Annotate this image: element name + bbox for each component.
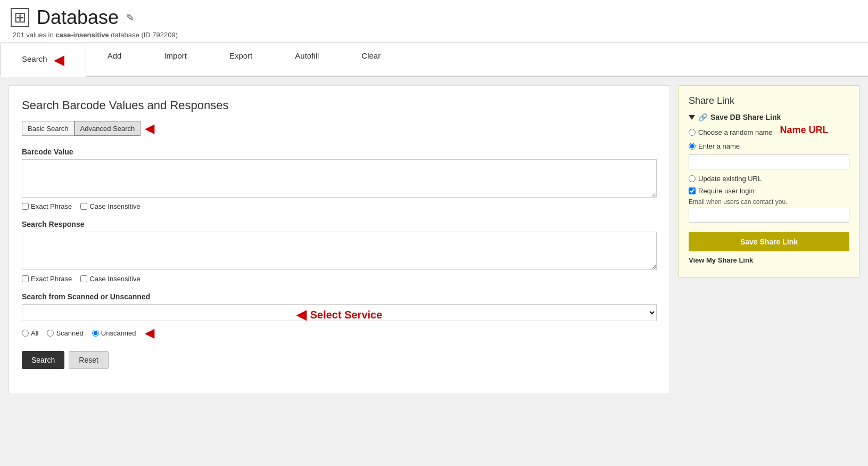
- select-service-container: ◀ Select Service: [22, 304, 657, 325]
- barcode-case-insensitive-checkbox[interactable]: [80, 203, 87, 210]
- search-panel: Search Barcode Values and Responses Basi…: [9, 85, 670, 394]
- tab-import[interactable]: Import: [143, 44, 208, 77]
- update-url-radio[interactable]: [689, 175, 696, 182]
- response-exact-phrase-label[interactable]: Exact Phrase: [22, 275, 72, 283]
- random-name-label[interactable]: Choose a random name: [689, 128, 772, 136]
- save-db-share-link-label: Save DB Share Link: [710, 113, 781, 121]
- page-wrapper: ⊞ Database ✎ 201 values in case-insensit…: [0, 0, 868, 466]
- require-login-checkbox[interactable]: [689, 187, 696, 194]
- search-response-section: Search Response Exact Phrase Case Insens…: [22, 220, 657, 283]
- subtitle-prefix: 201 values in: [13, 31, 55, 39]
- tab-add[interactable]: Add: [86, 44, 143, 77]
- radio-all[interactable]: [22, 330, 29, 337]
- enter-name-label[interactable]: Enter a name: [689, 142, 740, 150]
- action-buttons: Search Reset: [22, 351, 657, 369]
- triangle-down-icon: [689, 115, 695, 120]
- tab-bar: Search ◀ Add Import Export Autofill Clea…: [0, 43, 868, 77]
- basic-search-button[interactable]: Basic Search: [22, 121, 75, 136]
- require-login-row: Require user login: [689, 187, 849, 195]
- radio-unscanned-label[interactable]: Unscanned: [92, 329, 136, 337]
- response-exact-phrase-checkbox[interactable]: [22, 275, 29, 282]
- barcode-value-section: Barcode Value Exact Phrase Case Insensit…: [22, 148, 657, 210]
- radio-all-label[interactable]: All: [22, 329, 38, 337]
- share-panel: Share Link 🔗 Save DB Share Link Choose a…: [679, 85, 859, 277]
- header-top: ⊞ Database ✎: [11, 6, 857, 29]
- header-subtitle: 201 values in case-insensitive database …: [11, 31, 857, 39]
- response-checkbox-row: Exact Phrase Case Insensitive: [22, 275, 657, 283]
- barcode-case-insensitive-label[interactable]: Case Insensitive: [80, 202, 140, 210]
- header: ⊞ Database ✎ 201 values in case-insensit…: [0, 0, 868, 43]
- email-contact-input[interactable]: [689, 208, 849, 223]
- barcode-value-input[interactable]: [22, 159, 657, 198]
- edit-icon[interactable]: ✎: [126, 12, 134, 23]
- require-login-label[interactable]: Require user login: [689, 187, 755, 195]
- search-mode-buttons: Basic Search Advanced Search ◀: [22, 121, 657, 136]
- database-icon: ⊞: [11, 8, 29, 27]
- radio-unscanned[interactable]: [92, 330, 99, 337]
- share-section: 🔗 Save DB Share Link Choose a random nam…: [689, 113, 849, 264]
- enter-name-radio[interactable]: [689, 143, 696, 150]
- barcode-exact-phrase-checkbox[interactable]: [22, 203, 29, 210]
- reset-button[interactable]: Reset: [69, 351, 109, 369]
- scan-radio-row: All Scanned Unscanned ◀: [22, 325, 657, 340]
- tab-search-arrow: ◀: [54, 52, 64, 68]
- scanned-section: Search from Scanned or Unscanned ◀ Selec…: [22, 292, 657, 340]
- advanced-search-arrow: ◀: [145, 121, 154, 136]
- response-case-insensitive-checkbox[interactable]: [80, 275, 87, 282]
- share-panel-title: Share Link: [689, 95, 849, 107]
- update-url-label[interactable]: Update existing URL: [689, 175, 762, 183]
- email-contact-label: Email when users can contact you.: [689, 198, 849, 206]
- search-response-label: Search Response: [22, 220, 657, 228]
- random-name-row: Choose a random name Name URL: [689, 127, 849, 138]
- search-response-input[interactable]: [22, 232, 657, 270]
- share-name-input[interactable]: [689, 154, 849, 169]
- search-button[interactable]: Search: [22, 351, 64, 369]
- barcode-exact-phrase-label[interactable]: Exact Phrase: [22, 202, 72, 210]
- unscanned-arrow: ◀: [145, 325, 154, 340]
- random-name-radio[interactable]: [689, 129, 696, 136]
- barcode-checkbox-row: Exact Phrase Case Insensitive: [22, 202, 657, 210]
- radio-scanned-label[interactable]: Scanned: [47, 329, 83, 337]
- radio-scanned[interactable]: [47, 330, 54, 337]
- enter-name-row: Enter a name: [689, 142, 849, 150]
- search-panel-title: Search Barcode Values and Responses: [22, 99, 657, 112]
- page-title: Database: [37, 6, 119, 29]
- save-share-link-button[interactable]: Save Share Link: [689, 232, 849, 251]
- name-url-annotation: Name URL: [780, 125, 828, 136]
- update-url-row: Update existing URL: [689, 175, 849, 183]
- subtitle-bold: case-insensitive: [55, 31, 109, 39]
- scanned-label: Search from Scanned or Unscanned: [22, 292, 657, 301]
- main-content: Search Barcode Values and Responses Basi…: [0, 77, 868, 403]
- tab-clear[interactable]: Clear: [340, 44, 402, 77]
- save-db-share-link-row[interactable]: 🔗 Save DB Share Link: [689, 113, 849, 121]
- view-share-link-anchor[interactable]: View My Share Link: [689, 256, 753, 264]
- subtitle-suffix: database (ID 792209): [109, 31, 178, 39]
- response-case-insensitive-label[interactable]: Case Insensitive: [80, 275, 140, 283]
- advanced-search-button[interactable]: Advanced Search: [75, 121, 141, 136]
- tab-search[interactable]: Search ◀: [0, 44, 86, 77]
- tab-autofill[interactable]: Autofill: [274, 44, 340, 77]
- service-select[interactable]: [22, 304, 657, 321]
- tab-export[interactable]: Export: [208, 44, 274, 77]
- view-share-link[interactable]: View My Share Link: [689, 256, 849, 264]
- link-icon: 🔗: [698, 113, 707, 121]
- barcode-value-label: Barcode Value: [22, 148, 657, 156]
